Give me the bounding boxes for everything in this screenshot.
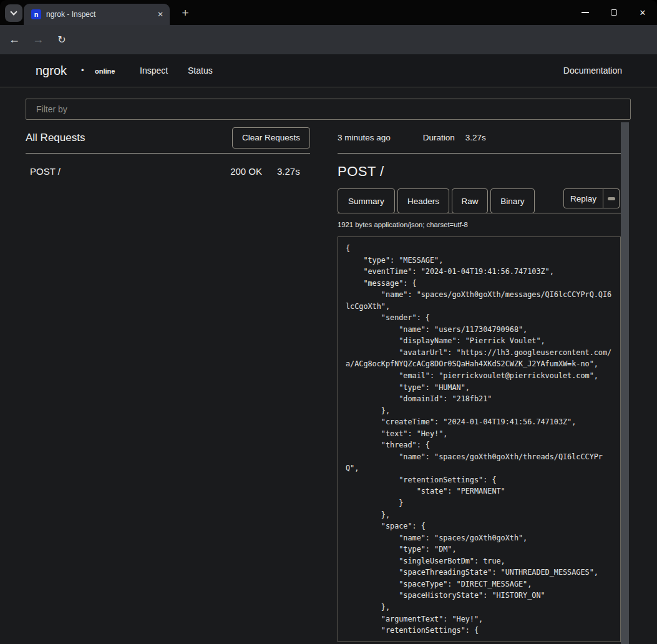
filter-input[interactable] [26,99,631,120]
browser-toolbar: ← → ↻ i 127.0.0.1:4040/inspect/http ☆ Re… [0,25,657,54]
minimize-icon [582,12,589,13]
reload-button[interactable]: ↻ [52,25,71,54]
status-dot: • [81,54,84,87]
duration-label: Duration [423,133,455,142]
replay-split-button: Replay [563,188,620,208]
browser-tab[interactable]: n ngrok - Inspect ✕ [24,4,170,25]
tab-search-button[interactable] [5,4,22,22]
browser-window: n ngrok - Inspect ✕ + ✕ ← → ↻ i 127.0.0.… [0,0,657,644]
maximize-button[interactable] [600,0,628,25]
request-method-path: POST / [30,166,61,177]
replay-options-icon [608,197,615,200]
online-status: online [95,54,115,87]
ngrok-logo[interactable]: ngrok [36,54,67,87]
tab-raw[interactable]: Raw [452,188,488,213]
tab-close-icon[interactable]: ✕ [157,10,163,19]
tab-title: ngrok - Inspect [46,10,146,19]
close-button[interactable]: ✕ [628,0,657,25]
duration-value: 3.27s [465,133,486,142]
request-body-json: { "type": "MESSAGE", "eventTime": "2024-… [338,237,620,642]
replay-options-button[interactable] [603,188,620,208]
clear-requests-button[interactable]: Clear Requests [232,127,310,149]
tab-summary[interactable]: Summary [338,188,395,213]
replay-button[interactable]: Replay [563,188,603,208]
new-tab-button[interactable]: + [177,5,193,21]
request-list-item[interactable]: POST / 200 OK 3.27s [26,159,310,183]
close-icon: ✕ [640,8,646,17]
chevron-down-icon [10,8,17,15]
back-button[interactable]: ← [5,25,24,54]
browser-titlebar: n ngrok - Inspect ✕ + ✕ [0,0,657,25]
detail-header: 3 minutes ago Duration 3.27s [338,122,621,154]
detail-scrollbar[interactable] [621,122,629,644]
all-requests-title: All Requests [26,132,85,144]
detail-title: POST / [338,163,621,180]
window-controls: ✕ [571,0,657,25]
ngrok-header: ngrok • online Inspect Status Documentat… [0,54,657,87]
detail-panel: 3 minutes ago Duration 3.27s POST / Summ… [338,122,621,642]
requests-panel-header: All Requests Clear Requests [26,122,310,154]
detail-tabs: Summary Headers Raw Binary Replay [338,188,621,213]
ngrok-page: ngrok • online Inspect Status Documentat… [0,54,657,644]
request-time-ago: 3 minutes ago [338,133,391,142]
content-type-meta: 1921 bytes application/json; charset=utf… [338,221,621,228]
ngrok-favicon: n [31,9,41,19]
requests-panel: All Requests Clear Requests POST / 200 O… [26,122,310,183]
tab-binary[interactable]: Binary [490,188,535,213]
nav-item-inspect[interactable]: Inspect [140,54,168,87]
filter-container [26,99,631,120]
nav-item-status[interactable]: Status [188,54,213,87]
tab-headers[interactable]: Headers [397,188,449,213]
request-duration: 3.27s [277,166,306,177]
request-status: 200 OK [230,166,262,177]
request-body-block: { "type": "MESSAGE", "eventTime": "2024-… [338,237,621,642]
forward-button[interactable]: → [29,25,47,54]
maximize-icon [611,9,617,16]
nav-item-documentation[interactable]: Documentation [563,54,622,87]
minimize-button[interactable] [571,0,600,25]
